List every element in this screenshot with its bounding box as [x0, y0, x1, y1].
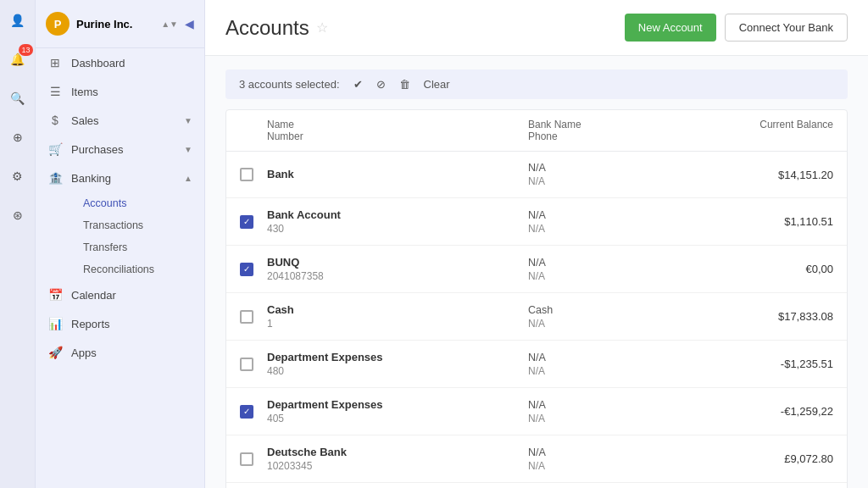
bank-phone: N/A	[528, 318, 698, 330]
bank-name: N/A	[528, 399, 698, 411]
notifications-icon[interactable]: 🔔 13	[6, 47, 30, 71]
bank-phone: N/A	[528, 270, 698, 282]
bank-phone: N/A	[528, 460, 698, 472]
row-checkbox[interactable]: ✓	[240, 215, 253, 229]
row-checkbox[interactable]: ✓	[240, 263, 253, 276]
row-checkbox[interactable]	[240, 452, 253, 466]
account-balance: $14,151.20	[698, 169, 833, 181]
sidebar-subitem-accounts[interactable]: Accounts	[71, 192, 204, 214]
account-number: 480	[267, 365, 528, 377]
sidebar-item-apps[interactable]: 🚀 Apps	[36, 338, 204, 367]
sidebar-subitem-transfers[interactable]: Transfers	[71, 236, 204, 258]
header-bank-col: Bank Name Phone	[528, 119, 698, 142]
row-checkbox[interactable]: ✓	[240, 405, 253, 419]
purchases-icon: 🛒	[47, 142, 63, 156]
sidebar-item-purchases[interactable]: 🛒 Purchases ▼	[36, 135, 204, 164]
table-row: Cash 1 Cash N/A $17,833.08	[226, 293, 847, 341]
sidebar-item-banking[interactable]: 🏦 Banking ▲	[36, 164, 204, 192]
account-name: Cash	[267, 303, 528, 316]
table-header: Name Number Bank Name Phone Current Bala…	[226, 110, 847, 152]
bank-phone: N/A	[528, 175, 698, 187]
favorite-star-icon[interactable]: ☆	[316, 19, 328, 36]
company-header[interactable]: P Purine Inc. ▲▼ ◀	[36, 0, 204, 48]
new-account-button[interactable]: New Account	[625, 14, 716, 42]
account-balance: $1,110.51	[698, 215, 833, 228]
page-title-area: Accounts ☆	[225, 16, 328, 40]
header-checkbox-col	[240, 119, 267, 142]
row-checkbox[interactable]	[240, 168, 253, 181]
items-icon: ☰	[47, 85, 63, 98]
sales-arrow-icon: ▼	[184, 116, 192, 125]
sidebar-item-sales[interactable]: $ Sales ▼	[36, 106, 204, 135]
company-logo: P	[46, 12, 70, 36]
bank-name: N/A	[528, 352, 698, 363]
bank-phone: N/A	[528, 223, 698, 235]
sidebar-item-dashboard[interactable]: ⊞ Dashboard	[36, 48, 204, 77]
sidebar-item-reports[interactable]: 📊 Reports	[36, 309, 204, 338]
delete-icon[interactable]: 🗑	[399, 78, 410, 91]
account-balance: $17,833.08	[698, 310, 833, 323]
back-icon[interactable]: ◀	[185, 17, 194, 30]
account-name: Department Expenses	[267, 398, 528, 411]
company-switcher-icon: ▲▼	[161, 19, 178, 29]
account-balance: -€1,259,22	[698, 405, 833, 418]
table-row: ✓ Bank Account 430 N/A N/A $1,110.51	[226, 198, 847, 246]
globe-icon[interactable]: ⊛	[6, 203, 30, 227]
account-number: 2041087358	[267, 270, 528, 282]
main-header: Accounts ☆ New Account Connect Your Bank	[205, 0, 868, 56]
table-body: Bank N/A N/A $14,151.20 ✓ Bank Account 4…	[226, 152, 847, 488]
account-name: Bank	[267, 168, 528, 180]
bank-name: N/A	[528, 446, 698, 458]
bank-name: N/A	[528, 257, 698, 269]
sidebar-subitem-reconciliations[interactable]: Reconciliations	[71, 258, 204, 280]
table-row: DOHA BANK 10203348 N/A N/A -£0.57	[226, 483, 847, 488]
sidebar-item-calendar[interactable]: 📅 Calendar	[36, 280, 204, 309]
sidebar-item-items[interactable]: ☰ Items	[36, 77, 204, 106]
bank-name: N/A	[528, 209, 698, 221]
header-balance-col: Current Balance	[698, 119, 833, 142]
bank-phone: N/A	[528, 413, 698, 424]
profile-icon[interactable]: 👤	[6, 8, 30, 32]
settings-icon[interactable]: ⚙	[6, 164, 30, 188]
account-balance: £9,072.80	[698, 452, 833, 465]
calendar-icon: 📅	[47, 288, 63, 302]
account-name: BUNQ	[267, 256, 528, 269]
sidebar-subitem-transactions[interactable]: Transactions	[71, 214, 204, 236]
add-icon[interactable]: ⊕	[6, 125, 30, 149]
icon-rail: 👤 🔔 13 🔍 ⊕ ⚙ ⊛	[0, 0, 36, 488]
block-icon[interactable]: ⊘	[376, 78, 386, 91]
account-balance: €0,00	[698, 263, 833, 275]
accounts-table: Name Number Bank Name Phone Current Bala…	[225, 109, 848, 488]
nav-sidebar: P Purine Inc. ▲▼ ◀ ⊞ Dashboard ☰ Items $…	[36, 0, 205, 488]
banking-submenu: Accounts Transactions Transfers Reconcil…	[36, 192, 204, 280]
table-row: Bank N/A N/A $14,151.20	[226, 152, 847, 198]
header-actions: New Account Connect Your Bank	[625, 14, 848, 42]
apps-icon: 🚀	[47, 346, 63, 359]
selection-count: 3 accounts selected:	[239, 78, 340, 91]
clear-selection-link[interactable]: Clear	[424, 78, 450, 91]
table-row: Department Expenses 480 N/A N/A -$1,235.…	[226, 341, 847, 388]
row-checkbox[interactable]	[240, 358, 253, 371]
row-checkbox[interactable]	[240, 310, 253, 324]
confirm-icon[interactable]: ✔	[353, 78, 363, 91]
table-row: ✓ Department Expenses 405 N/A N/A -€1,25…	[226, 388, 847, 435]
company-name: Purine Inc.	[76, 18, 154, 30]
account-number: 430	[267, 223, 528, 235]
notification-badge: 13	[19, 44, 32, 56]
connect-bank-button[interactable]: Connect Your Bank	[725, 14, 848, 42]
main-scrollable-area: 3 accounts selected: ✔ ⊘ 🗑 Clear Name Nu…	[205, 56, 868, 488]
bank-name: Cash	[528, 304, 698, 316]
page-title: Accounts	[225, 16, 309, 40]
selection-bar: 3 accounts selected: ✔ ⊘ 🗑 Clear	[225, 69, 848, 99]
sales-icon: $	[47, 114, 63, 127]
account-number: 405	[267, 413, 528, 424]
table-row: ✓ BUNQ 2041087358 N/A N/A €0,00	[226, 246, 847, 293]
search-icon[interactable]: 🔍	[6, 86, 30, 110]
account-name: Bank Account	[267, 208, 528, 221]
account-number: 10203345	[267, 460, 528, 472]
account-name: Department Expenses	[267, 351, 528, 363]
header-name-col: Name Number	[267, 119, 528, 142]
banking-arrow-icon: ▲	[184, 174, 192, 183]
dashboard-icon: ⊞	[47, 56, 63, 69]
table-row: Deutsche Bank 10203345 N/A N/A £9,072.80	[226, 435, 847, 483]
